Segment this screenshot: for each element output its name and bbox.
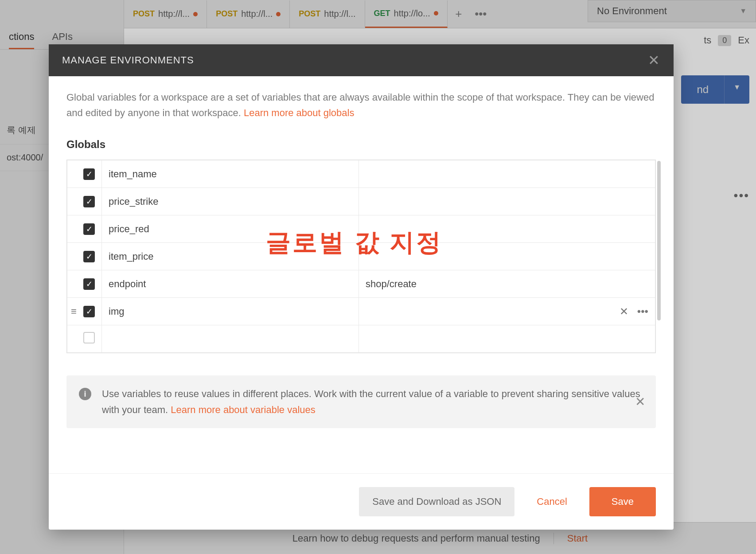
close-button[interactable]: ✕ [648,53,660,67]
info-icon: i [79,388,91,400]
variable-value-input[interactable] [359,243,655,270]
variable-name-input[interactable]: price_strike [102,188,359,215]
variable-name-input[interactable]: endpoint [102,270,359,298]
save-download-json-button[interactable]: Save and Download as JSON [359,487,514,516]
drag-handle-icon[interactable]: ≡ [71,306,77,317]
info-dismiss-button[interactable]: ✕ [635,392,645,412]
variable-value-input[interactable]: shop/create [359,270,655,298]
info-text: Use variables to reuse values in differe… [102,386,643,417]
variable-value-input[interactable] [359,160,655,188]
variable-row[interactable]: ✓ price_red [67,215,655,243]
enable-checkbox[interactable]: ✓ [83,196,95,207]
modal-title: MANAGE ENVIRONMENTS [62,55,194,66]
variable-name-input[interactable]: item_price [102,243,359,270]
variable-value-input[interactable] [359,188,655,215]
variable-row[interactable]: ✓ item_name [67,160,655,188]
globals-table: ✓ item_name ✓ price_strike ✓ price_red ✓… [66,160,656,353]
variable-row-empty[interactable] [67,325,655,353]
variable-row[interactable]: ✓ endpoint shop/create [67,270,655,298]
row-options-button[interactable]: ••• [637,305,648,318]
variable-name-input[interactable]: img [102,298,359,325]
close-icon: ✕ [620,305,628,317]
variable-row-active[interactable]: ≡ ✓ img ✕ ••• [67,298,655,325]
save-button[interactable]: Save [589,487,656,516]
variable-value-input[interactable]: ✕ ••• [359,298,655,325]
delete-row-button[interactable]: ✕ [620,305,628,318]
modal-footer: Save and Download as JSON Cancel Save [49,473,674,530]
table-scrollbar[interactable] [657,161,661,320]
globals-section-title: Globals [66,138,656,151]
close-icon: ✕ [635,394,645,408]
enable-checkbox[interactable]: ✓ [83,278,95,290]
enable-checkbox-empty[interactable] [83,332,95,343]
variable-value-input[interactable] [359,215,655,243]
enable-checkbox[interactable]: ✓ [83,251,95,262]
variable-name-input[interactable] [102,325,359,353]
variable-value-input[interactable] [359,325,655,353]
variable-name-input[interactable]: item_name [102,160,359,188]
cancel-button[interactable]: Cancel [537,496,567,507]
manage-environments-modal: MANAGE ENVIRONMENTS ✕ Global variables f… [49,44,674,530]
variable-row[interactable]: ✓ item_price [67,243,655,270]
variable-row[interactable]: ✓ price_strike [67,188,655,215]
learn-more-globals-link[interactable]: Learn more about globals [244,107,355,118]
enable-checkbox[interactable]: ✓ [83,223,95,235]
modal-description: Global variables for a workspace are a s… [66,90,656,121]
dots-icon: ••• [637,305,648,317]
desc-text: Global variables for a workspace are a s… [66,92,654,118]
info-banner: i Use variables to reuse values in diffe… [66,375,656,428]
enable-checkbox[interactable]: ✓ [83,168,95,180]
learn-more-values-link[interactable]: Learn more about variable values [171,404,316,415]
variable-name-input[interactable]: price_red [102,215,359,243]
enable-checkbox[interactable]: ✓ [83,306,95,317]
modal-header: MANAGE ENVIRONMENTS ✕ [49,44,674,76]
close-icon: ✕ [648,52,660,68]
